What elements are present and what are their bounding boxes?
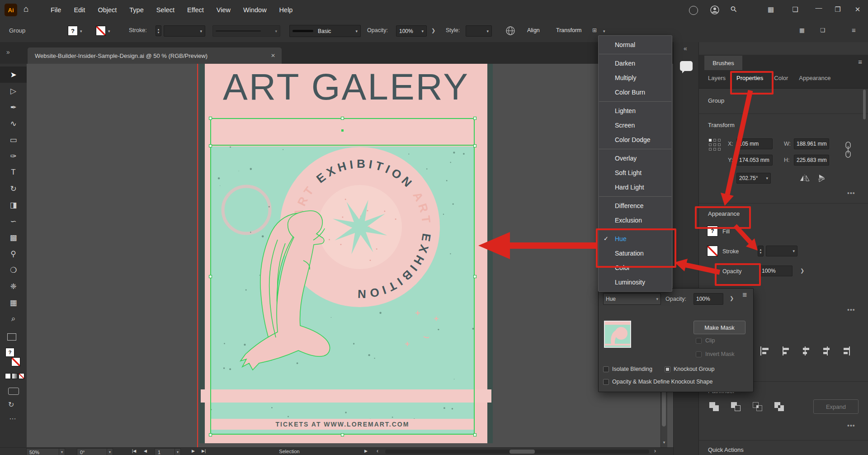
none-fill-icon[interactable] xyxy=(19,373,24,379)
constrain-proportions-link-icon[interactable] xyxy=(844,141,852,160)
isolate-blending-checkbox[interactable] xyxy=(603,366,609,372)
blend-mode-luminosity[interactable]: Luminosity xyxy=(599,275,672,289)
artboard-poster[interactable]: ART GALERY ART EXHIBITION ART EXHIBITION xyxy=(205,64,487,443)
x-field[interactable]: 105 mm xyxy=(736,138,773,149)
rotate-view-icon[interactable]: ↻ xyxy=(8,400,14,409)
selection-handle[interactable] xyxy=(209,144,212,147)
rotation-dropdown[interactable]: 0° ▾ xyxy=(77,448,113,455)
blend-mode-color-dodge[interactable]: Color Dodge xyxy=(599,133,672,147)
artboard-chevron-icon[interactable]: ▾ xyxy=(175,449,180,455)
blend-mode-hue[interactable]: ✓Hue xyxy=(599,232,672,246)
pen-tool[interactable]: ✒ xyxy=(0,99,27,115)
width-tool[interactable]: ∽ xyxy=(0,213,27,229)
pathfinder-minus-front-icon[interactable] xyxy=(731,401,743,413)
rectangle-tool[interactable]: ▭ xyxy=(0,132,27,148)
illustrator-logo-icon[interactable]: Ai xyxy=(5,4,17,16)
canvas-area[interactable]: ART GALERY ART EXHIBITION ART EXHIBITION xyxy=(27,64,673,447)
appearance-more-options-icon[interactable]: ••• xyxy=(847,306,855,313)
last-artboard-icon[interactable]: ▶| xyxy=(202,449,206,453)
align-button[interactable]: Align xyxy=(527,27,540,33)
toolbar-expand-icon[interactable]: » xyxy=(6,48,10,56)
panel-arrange-icon[interactable]: ❏ xyxy=(820,27,825,33)
tab-close-icon[interactable]: ✕ xyxy=(271,52,275,59)
panel-scrollbar-thumb[interactable] xyxy=(863,90,866,119)
knockout-shape-checkbox[interactable] xyxy=(603,379,609,385)
horizontal-scroll-thumb[interactable] xyxy=(509,450,535,454)
home-icon[interactable]: ⌂ xyxy=(24,4,28,14)
align-right-icon[interactable] xyxy=(800,345,811,357)
blend-mode-soft-light[interactable]: Soft Light xyxy=(599,166,672,180)
gradient-fill-icon[interactable] xyxy=(12,373,18,379)
object-thumbnail[interactable] xyxy=(604,321,631,348)
screen-mode-icon[interactable] xyxy=(8,388,19,395)
blend-mode-lighten[interactable]: Lighten xyxy=(599,104,672,118)
comments-bubble-icon[interactable] xyxy=(680,61,693,71)
next-artboard-icon[interactable]: ▶ xyxy=(192,449,195,453)
blend-tool[interactable]: ❍ xyxy=(0,262,27,278)
selection-handle[interactable] xyxy=(473,433,476,436)
brush-definition-dropdown[interactable]: Basic▾ xyxy=(289,25,361,37)
align-options-chevron-icon[interactable]: ▾ xyxy=(603,29,605,33)
profile-avatar-icon[interactable] xyxy=(710,5,720,15)
color-mode-strip[interactable] xyxy=(5,373,24,379)
selection-handle[interactable] xyxy=(209,433,212,436)
toolbar-stroke-proxy[interactable] xyxy=(11,357,20,366)
appearance-opacity-label[interactable]: Opacity xyxy=(722,268,741,275)
pathfinder-unite-icon[interactable] xyxy=(709,401,722,413)
tab-properties[interactable]: Properties xyxy=(736,70,763,88)
eyedropper-tool[interactable]: ⚲ xyxy=(0,246,27,262)
align-bottom-icon[interactable] xyxy=(840,345,852,357)
share-circle-icon[interactable] xyxy=(689,6,698,15)
status-flyout-icon[interactable]: ▶ xyxy=(364,449,368,453)
transparency-opacity-flyout-icon[interactable]: ❯ xyxy=(730,295,734,301)
artboard-number-dropdown[interactable]: 1 ▾ xyxy=(155,448,181,455)
selection-tool[interactable]: ➤ xyxy=(0,66,27,83)
symbol-sprayer-tool[interactable]: ❈ xyxy=(0,278,27,294)
blend-mode-screen[interactable]: Screen xyxy=(599,118,672,133)
artboard-tool[interactable]: ▦ xyxy=(0,294,27,311)
appearance-opacity-field[interactable]: 100% xyxy=(759,265,793,276)
y-field[interactable]: 174.053 mm xyxy=(736,155,773,166)
close-button[interactable]: ✕ xyxy=(853,5,863,14)
align-glyph-icon[interactable]: ⊞ xyxy=(592,27,597,33)
blend-mode-overlay[interactable]: Overlay xyxy=(599,151,672,166)
horizontal-scrollbar[interactable] xyxy=(385,450,649,454)
blend-mode-exclusion[interactable]: Exclusion xyxy=(599,213,672,228)
selection-handle[interactable] xyxy=(209,117,212,120)
rotate-tool[interactable]: ↻ xyxy=(0,180,27,197)
stroke-weight-dropdown[interactable]: ▾ xyxy=(766,246,797,256)
appearance-fill-label[interactable]: Fill xyxy=(722,228,730,235)
menu-file[interactable]: File xyxy=(44,0,67,20)
transform-more-options-icon[interactable]: ••• xyxy=(847,190,855,197)
menu-window[interactable]: Window xyxy=(237,0,273,20)
scroll-down-arrow-icon[interactable]: ▾ xyxy=(661,437,667,447)
stroke-swatch[interactable] xyxy=(96,26,106,36)
opacity-flyout-icon[interactable]: ❯ xyxy=(800,268,804,274)
touch-workspace-icon[interactable]: ▦ xyxy=(799,27,805,33)
expand-button[interactable]: Expand xyxy=(813,399,859,414)
blend-mode-difference[interactable]: Difference xyxy=(599,199,672,213)
menu-object[interactable]: Object xyxy=(91,0,123,20)
selection-handle[interactable] xyxy=(341,117,344,120)
transform-button[interactable]: Transform xyxy=(556,27,582,33)
w-field[interactable]: 188.961 mm xyxy=(794,138,829,149)
make-mask-button[interactable]: Make Mask xyxy=(693,321,745,334)
zoom-level-dropdown[interactable]: 50% ▾ xyxy=(26,448,65,455)
selection-handle[interactable] xyxy=(473,117,476,120)
toolbar-more-icon[interactable]: … xyxy=(9,413,16,421)
scroll-right-icon[interactable]: › xyxy=(654,448,656,454)
color-fill-icon[interactable] xyxy=(5,373,11,379)
blend-mode-darken[interactable]: Darken xyxy=(599,56,672,71)
control-menu-icon[interactable]: ≡ xyxy=(852,26,856,34)
fill-chevron-icon[interactable]: ▾ xyxy=(80,29,82,33)
curvature-tool[interactable]: ∿ xyxy=(0,115,27,132)
selection-handle[interactable] xyxy=(473,275,476,278)
stroke-weight-stepper[interactable]: ▴▾ xyxy=(758,246,764,256)
eraser-tool[interactable]: ◨ xyxy=(0,197,27,213)
previous-artboard-icon[interactable]: ◀ xyxy=(144,449,147,453)
menu-view[interactable]: View xyxy=(210,0,237,20)
appearance-stroke-swatch[interactable] xyxy=(707,246,718,256)
stroke-chevron-icon[interactable]: ▾ xyxy=(108,29,110,33)
brushes-panel-menu-icon[interactable]: ≡ xyxy=(858,58,862,66)
tab-color[interactable]: Color xyxy=(774,70,788,88)
